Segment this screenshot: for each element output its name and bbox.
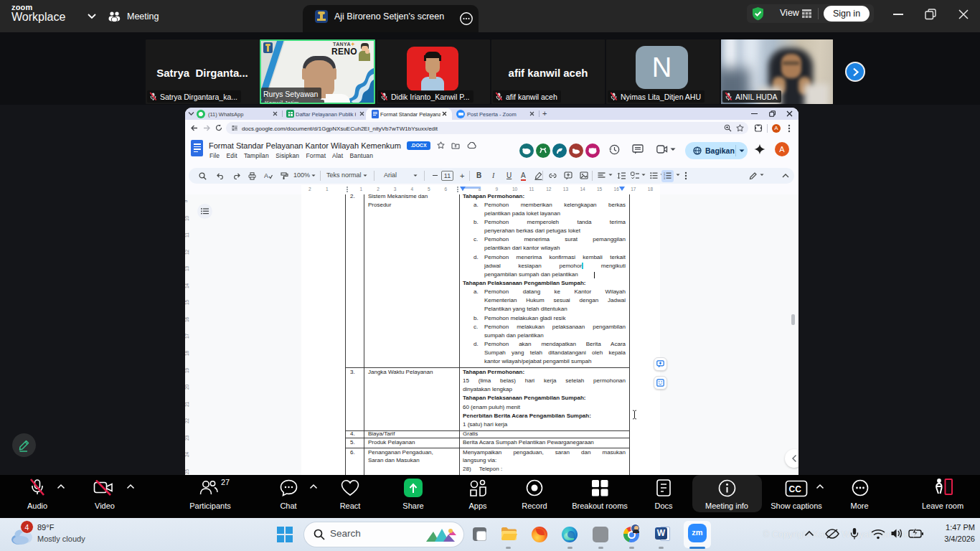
svg-text:3: 3: [664, 177, 665, 179]
svg-text:CC: CC: [789, 484, 802, 494]
svg-text:A: A: [264, 172, 268, 179]
